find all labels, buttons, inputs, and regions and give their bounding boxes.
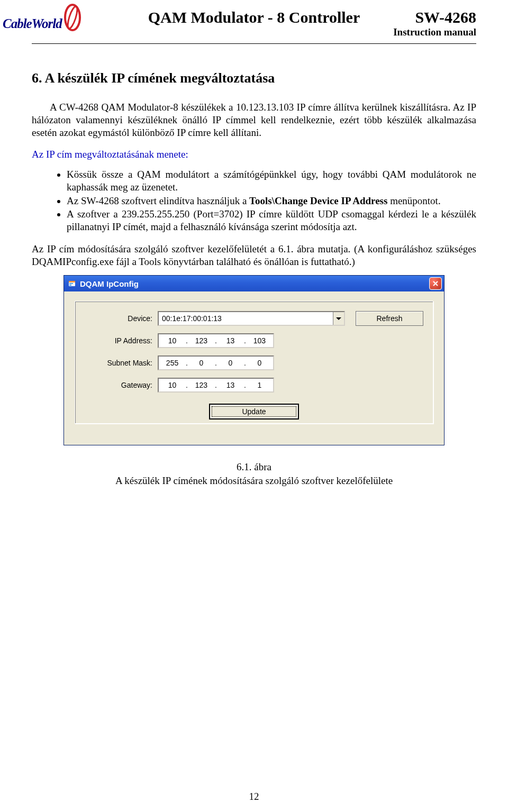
section-title: 6. A készülék IP címének megváltoztatása (32, 70, 476, 86)
row-device: Device: 00:1e:17:00:01:13 Refresh (85, 311, 423, 326)
label-device: Device: (85, 314, 158, 323)
gateway-input[interactable]: 10. 123. 13. 1 (158, 378, 274, 393)
device-value: 00:1e:17:00:01:13 (162, 314, 222, 323)
chevron-down-icon (336, 317, 341, 320)
doc-subtitle: Instruction manual (393, 26, 476, 38)
logo-text: CableWorld (3, 16, 62, 31)
refresh-button[interactable]: Refresh (356, 311, 423, 326)
subnet-octet-3[interactable]: 0 (221, 359, 240, 367)
window-title-text: DQAM IpConfig (80, 279, 139, 288)
gateway-octet-4[interactable]: 1 (250, 381, 269, 389)
figure-caption: 6.1. ábra A készülék IP címének módosítá… (32, 460, 476, 487)
subnet-octet-2[interactable]: 0 (192, 359, 211, 367)
bullet-1: Kössük össze a QAM modulátort a számítóg… (67, 168, 476, 194)
logo: CableWorld (3, 4, 93, 32)
svg-rect-3 (69, 281, 75, 282)
bullet-2: Az SW-4268 szoftvert elindítva használju… (67, 195, 476, 207)
row-subnet: Subnet Mask: 255. 0. 0. 0 (85, 355, 423, 370)
dialog-screenshot: DQAM IpConfig Device: 00:1e:17:00:01:13 (64, 275, 444, 445)
ip-octet-3[interactable]: 13 (221, 336, 240, 345)
paragraph-3: Az IP cím módosítására szolgáló szoftver… (32, 243, 476, 268)
subnet-octet-1[interactable]: 255 (163, 359, 182, 367)
bullet-2-post: menüpontot. (387, 195, 440, 206)
ip-octet-2[interactable]: 123 (192, 336, 211, 345)
gateway-octet-3[interactable]: 13 (221, 381, 240, 389)
row-ip: IP Address: 10. 123. 13. 103 (85, 333, 423, 348)
window: DQAM IpConfig Device: 00:1e:17:00:01:13 (64, 275, 444, 445)
close-icon (433, 281, 438, 286)
subnet-mask-input[interactable]: 255. 0. 0. 0 (158, 355, 274, 370)
page-number: 12 (0, 791, 508, 802)
gateway-octet-2[interactable]: 123 (192, 381, 211, 389)
doc-sw-number: SW-4268 (415, 8, 476, 26)
combo-arrow[interactable] (333, 312, 344, 325)
paragraph-1: A CW-4268 QAM Modulator-8 készülékek a 1… (32, 101, 476, 139)
close-button[interactable] (429, 277, 442, 290)
window-app-icon (67, 279, 77, 288)
header-rule (32, 43, 476, 44)
window-titlebar: DQAM IpConfig (64, 276, 444, 291)
update-button[interactable]: Update (210, 404, 298, 419)
bullet-2-pre: Az SW-4268 szoftvert elindítva használju… (67, 195, 249, 206)
gateway-octet-1[interactable]: 10 (163, 381, 182, 389)
subnet-octet-4[interactable]: 0 (250, 359, 269, 367)
window-body: Device: 00:1e:17:00:01:13 Refresh IP Add… (64, 291, 444, 445)
device-combobox[interactable]: 00:1e:17:00:01:13 (158, 311, 345, 326)
config-panel: Device: 00:1e:17:00:01:13 Refresh IP Add… (75, 301, 433, 424)
ip-octet-1[interactable]: 10 (163, 336, 182, 345)
svg-rect-4 (69, 283, 73, 284)
row-gateway: Gateway: 10. 123. 13. 1 (85, 378, 423, 393)
update-row: Update (210, 404, 298, 419)
doc-title: QAM Modulator - 8 Controller (32, 5, 476, 26)
page-header: CableWorld QAM Modulator - 8 Controller … (32, 5, 476, 42)
paragraph-2-blue: Az IP cím megváltoztatásának menete: (32, 148, 476, 161)
label-subnet: Subnet Mask: (85, 359, 158, 367)
logo-swish-icon (64, 4, 81, 31)
caption-line1: 6.1. ábra (237, 461, 271, 472)
label-gateway: Gateway: (85, 381, 158, 389)
bullet-2-bold: Tools\Change Device IP Address (249, 195, 387, 206)
svg-rect-5 (69, 285, 71, 286)
bullet-list: Kössük össze a QAM modulátort a számítóg… (32, 168, 476, 233)
bullet-3: A szoftver a 239.255.255.250 (Port=3702)… (67, 208, 476, 233)
label-ip: IP Address: (85, 336, 158, 345)
caption-line2: A készülék IP címének módosítására szolg… (115, 475, 393, 486)
ip-octet-4[interactable]: 103 (250, 336, 269, 345)
ip-address-input[interactable]: 10. 123. 13. 103 (158, 333, 274, 348)
